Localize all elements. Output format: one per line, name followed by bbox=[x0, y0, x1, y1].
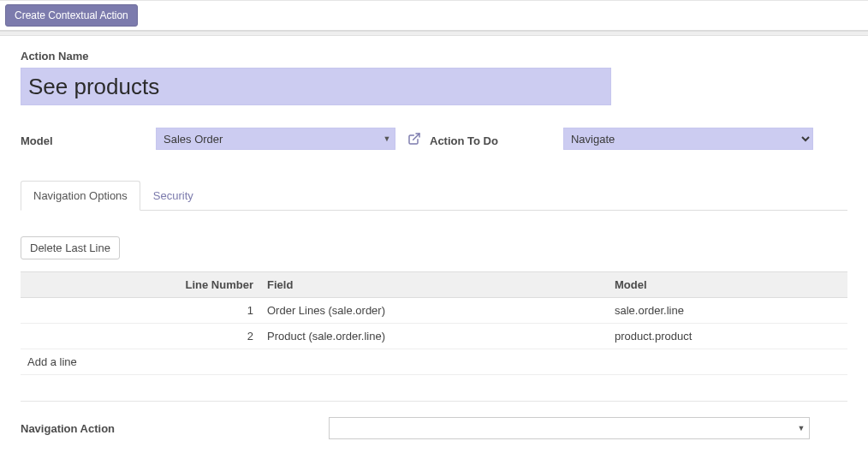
svg-line-0 bbox=[413, 134, 419, 140]
col-field: Field bbox=[260, 272, 608, 298]
add-line-row[interactable]: Add a line bbox=[21, 349, 847, 375]
navigation-lines-table: Line Number Field Model 1 Order Lines (s… bbox=[21, 271, 847, 375]
model-label: Model bbox=[21, 131, 156, 147]
cell-model: sale.order.line bbox=[608, 298, 847, 324]
chevron-down-icon[interactable]: ▼ bbox=[379, 134, 395, 143]
col-model: Model bbox=[608, 272, 847, 298]
table-row[interactable]: 1 Order Lines (sale.order) sale.order.li… bbox=[21, 298, 847, 324]
add-line-link[interactable]: Add a line bbox=[21, 349, 847, 375]
form-sheet: Action Name Model ▼ Action To Do Navigat… bbox=[0, 36, 868, 439]
cell-line-number: 1 bbox=[21, 298, 260, 324]
cell-line-number: 2 bbox=[21, 324, 260, 349]
create-contextual-action-button[interactable]: Create Contextual Action bbox=[5, 4, 138, 27]
action-name-label: Action Name bbox=[21, 50, 847, 63]
top-toolbar: Create Contextual Action bbox=[0, 0, 868, 31]
delete-last-line-button[interactable]: Delete Last Line bbox=[21, 236, 120, 259]
action-name-input[interactable] bbox=[21, 68, 611, 105]
cell-field: Order Lines (sale.order) bbox=[260, 298, 608, 324]
section-divider bbox=[21, 401, 847, 402]
tabs: Navigation Options Security bbox=[21, 181, 847, 211]
navigation-action-input[interactable] bbox=[330, 420, 794, 438]
external-link-icon[interactable] bbox=[407, 132, 421, 146]
col-line-number: Line Number bbox=[21, 272, 260, 298]
tab-security[interactable]: Security bbox=[140, 181, 206, 211]
tab-navigation-options-body: Delete Last Line Line Number Field Model… bbox=[21, 211, 847, 439]
navigation-action-select[interactable]: ▼ bbox=[329, 417, 810, 439]
chevron-down-icon[interactable]: ▼ bbox=[794, 424, 809, 432]
model-select-input[interactable] bbox=[157, 130, 379, 148]
cell-model: product.product bbox=[608, 324, 847, 349]
navigation-action-label: Navigation Action bbox=[21, 422, 329, 435]
tab-navigation-options[interactable]: Navigation Options bbox=[21, 181, 140, 211]
action-to-do-label: Action To Do bbox=[430, 131, 498, 147]
action-to-do-select[interactable]: Navigate bbox=[563, 128, 813, 150]
table-row[interactable]: 2 Product (sale.order.line) product.prod… bbox=[21, 324, 847, 349]
cell-field: Product (sale.order.line) bbox=[260, 324, 608, 349]
model-select[interactable]: ▼ bbox=[156, 128, 395, 150]
